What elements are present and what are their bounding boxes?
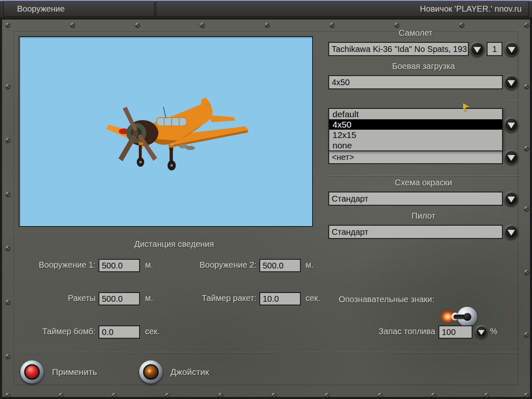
screw-icon — [271, 393, 276, 398]
rockets-label: Ракеты — [10, 293, 96, 303]
lamp-glint-icon — [148, 369, 151, 372]
loadout-dropdown-button[interactable] — [504, 75, 519, 90]
aircraft-count-field[interactable]: 1 — [487, 42, 502, 56]
bomb-timer-label: Таймер бомб: — [10, 327, 96, 336]
screw-icon — [524, 146, 529, 151]
hidden-dropdown-button[interactable] — [504, 117, 519, 132]
screw-icon — [5, 22, 10, 27]
loadout-combo[interactable]: 4x50 — [328, 75, 503, 89]
screw-icon — [524, 206, 529, 211]
fuel-unit: % — [490, 327, 498, 336]
player-info-tab: Новичок 'PLAYER.' nnov.ru — [156, 1, 529, 17]
screw-icon — [524, 84, 529, 89]
markings-label: Опознавательные знаки: — [293, 295, 434, 304]
chevron-down-icon — [505, 76, 517, 88]
regiment-dropdown-button[interactable] — [504, 150, 519, 165]
toggle-cap-icon — [463, 313, 471, 321]
bomb-timer-input[interactable] — [99, 325, 140, 339]
screw-icon — [394, 22, 399, 27]
weapon2-input[interactable] — [259, 259, 301, 272]
footer-divider — [17, 352, 520, 352]
screw-icon — [165, 393, 170, 398]
joystick-button[interactable] — [139, 360, 163, 384]
chevron-down-icon — [505, 193, 517, 204]
chevron-down-icon — [505, 119, 517, 131]
screw-icon — [524, 332, 529, 337]
paint-section-label: Схема окраски — [328, 178, 519, 187]
bomb-timer-unit: сек. — [145, 327, 160, 336]
screen-title-tab: Вооружение — [3, 1, 155, 17]
screw-icon — [135, 22, 140, 27]
loadout-option[interactable]: 12x15 — [329, 130, 502, 140]
aircraft-preview: 大 — [19, 36, 313, 227]
apply-button-label: Применить — [52, 367, 97, 377]
chevron-down-icon — [505, 151, 517, 163]
screw-icon — [524, 270, 529, 275]
aircraft-count-dropdown-button[interactable] — [504, 42, 519, 57]
fuel-input[interactable] — [438, 325, 473, 339]
paint-dropdown-button[interactable] — [504, 191, 519, 206]
screw-icon — [5, 300, 10, 305]
screw-icon — [431, 393, 436, 398]
amber-lamp-icon — [145, 366, 157, 378]
screw-icon — [378, 393, 383, 398]
mouse-cursor — [463, 103, 472, 113]
screw-icon — [524, 393, 529, 398]
screw-icon — [5, 192, 10, 197]
apply-button[interactable] — [20, 360, 44, 384]
screw-icon — [59, 393, 64, 398]
aircraft-dropdown-button[interactable] — [470, 42, 485, 57]
screw-icon — [265, 22, 270, 27]
player-info-text: Новичок 'PLAYER.' nnov.ru — [420, 4, 522, 14]
rocket-timer-label: Таймер ракет: — [177, 293, 256, 303]
screw-icon — [200, 22, 205, 27]
main-panel: 大 — [0, 17, 532, 399]
chevron-down-icon — [476, 327, 486, 337]
screw-icon — [5, 354, 10, 359]
screw-icon — [70, 22, 75, 27]
markings-toggle[interactable] — [438, 305, 478, 328]
screw-icon — [325, 393, 330, 398]
screw-icon — [330, 22, 335, 27]
joystick-button-label: Джойстик — [170, 367, 209, 377]
aircraft-combo[interactable]: Tachikawa Ki-36 "Ida" No Spats, 193 — [328, 42, 469, 56]
pilot-dropdown-button[interactable] — [504, 224, 519, 239]
convergence-title: Дистанция сведения — [49, 239, 299, 249]
fuel-dropdown-button[interactable] — [475, 325, 488, 338]
rockets-input[interactable] — [99, 292, 140, 305]
screw-icon — [5, 138, 10, 143]
chevron-down-icon — [506, 43, 517, 55]
loadout-option[interactable]: none — [329, 140, 502, 150]
screw-icon — [459, 22, 464, 27]
fuel-label: Запас топлива — [335, 327, 435, 336]
screw-icon — [5, 84, 10, 89]
pilot-combo[interactable]: Стандарт — [328, 225, 503, 239]
aircraft-section-label: Самолет — [328, 28, 503, 38]
rockets-unit: м. — [145, 293, 153, 303]
title-bar: Вооружение Новичок 'PLAYER.' nnov.ru — [0, 0, 532, 17]
loadout-option-selected[interactable]: 4x50 — [329, 119, 502, 130]
weapon2-unit: м. — [305, 260, 313, 270]
loadout-option[interactable]: default — [329, 109, 502, 119]
chevron-down-icon — [471, 43, 483, 55]
weapon1-unit: м. — [145, 260, 153, 270]
arming-screen: Вооружение Новичок 'PLAYER.' nnov.ru — [0, 0, 532, 399]
aircraft-render: 大 — [20, 37, 312, 226]
screw-icon — [5, 393, 10, 398]
screw-icon — [524, 22, 529, 27]
screen-title: Вооружение — [17, 4, 65, 14]
weapon1-label: Вооружение 1: — [10, 260, 96, 270]
screw-icon — [112, 393, 117, 398]
chevron-down-icon — [505, 226, 517, 238]
paint-combo[interactable]: Стандарт — [328, 192, 503, 206]
screw-icon — [218, 393, 223, 398]
weapon2-label: Вооружение 2: — [177, 260, 256, 270]
screw-icon — [5, 246, 10, 251]
section-divider — [328, 175, 519, 176]
section-divider — [505, 101, 519, 101]
loadout-section-label: Боевая загрузка — [328, 62, 519, 71]
screw-icon — [484, 393, 489, 398]
loadout-open-list: default 4x50 12x15 none — [328, 108, 503, 151]
weapon1-input[interactable] — [99, 259, 140, 272]
regiment-combo[interactable]: <нет> — [328, 150, 503, 164]
